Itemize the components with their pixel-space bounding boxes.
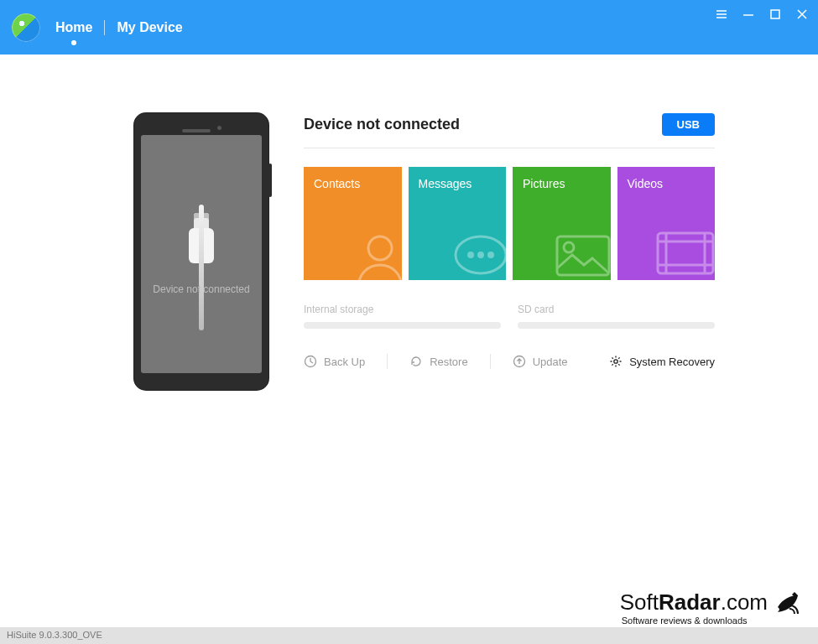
svg-point-4: [479, 253, 483, 257]
tile-messages[interactable]: Messages: [409, 167, 507, 280]
watermark-soft: Soft: [620, 589, 659, 615]
svg-point-11: [614, 360, 617, 363]
usb-button[interactable]: USB: [662, 113, 715, 136]
gear-icon: [609, 355, 623, 368]
phone-mock: Device not connected: [134, 113, 268, 390]
status-bar-text: HiSuite 9.0.3.300_OVE: [7, 630, 102, 640]
main-stage: Device not connected Device not connecte…: [0, 55, 818, 390]
update-icon: [513, 355, 526, 368]
active-tab-indicator: [71, 40, 76, 45]
svg-point-5: [489, 253, 493, 257]
update-label: Update: [533, 356, 568, 368]
window-controls: [714, 7, 810, 22]
nav-separator: [104, 20, 105, 35]
action-row: Back Up Restore Update System Recovery: [304, 354, 715, 369]
watermark-dotcom: .com: [721, 589, 768, 615]
restore-button[interactable]: Restore: [409, 355, 468, 368]
app-logo-icon: [12, 13, 40, 42]
category-tiles: Contacts Messages Pictures Videos: [304, 167, 715, 280]
satellite-icon: [773, 587, 803, 617]
tab-home-label: Home: [55, 20, 92, 34]
minimize-icon[interactable]: [741, 7, 756, 22]
main-panel: Device not connected USB Contacts Messag…: [304, 113, 715, 390]
phone-screen: Device not connected: [141, 135, 262, 373]
update-button[interactable]: Update: [513, 355, 568, 368]
watermark: SoftRadar.com Software reviews & downloa…: [620, 587, 803, 626]
tile-videos-label: Videos: [628, 177, 664, 190]
restore-label: Restore: [430, 356, 468, 368]
svg-point-7: [564, 242, 574, 252]
tab-my-device[interactable]: My Device: [117, 20, 182, 35]
svg-rect-0: [771, 10, 779, 18]
close-icon[interactable]: [795, 7, 810, 22]
tile-videos[interactable]: Videos: [617, 167, 716, 280]
maximize-icon[interactable]: [768, 7, 783, 22]
svg-point-3: [469, 253, 473, 257]
restore-icon: [409, 355, 423, 368]
backup-button[interactable]: Back Up: [304, 355, 365, 368]
storage-sd: SD card: [518, 304, 715, 329]
nav-tabs: Home My Device: [55, 20, 183, 35]
svg-rect-6: [557, 236, 609, 275]
action-divider: [490, 354, 491, 369]
backup-icon: [304, 355, 317, 368]
system-recovery-label: System Recovery: [629, 356, 715, 368]
backup-label: Back Up: [324, 356, 365, 368]
storage-internal-label: Internal storage: [304, 304, 373, 315]
watermark-radar: Radar: [659, 589, 721, 615]
contacts-icon: [346, 225, 402, 280]
status-bar: HiSuite 9.0.3.300_OVE: [0, 627, 818, 644]
storage-internal-bar: [304, 322, 501, 329]
storage-row: Internal storage SD card: [304, 304, 715, 329]
storage-sd-bar: [518, 322, 715, 329]
tile-pictures[interactable]: Pictures: [513, 167, 611, 280]
system-recovery-button[interactable]: System Recovery: [609, 355, 715, 368]
watermark-brand: SoftRadar.com: [620, 587, 803, 617]
connection-heading: Device not connected: [304, 116, 460, 133]
tile-contacts[interactable]: Contacts: [304, 167, 402, 280]
phone-status-text: Device not connected: [153, 283, 249, 295]
tile-contacts-label: Contacts: [314, 177, 360, 190]
messages-icon: [447, 221, 506, 280]
action-divider: [387, 354, 388, 369]
menu-icon[interactable]: [714, 7, 729, 22]
tile-pictures-label: Pictures: [523, 177, 565, 190]
usb-cable-wire: [199, 205, 204, 330]
storage-internal: Internal storage: [304, 304, 501, 329]
storage-sd-label: SD card: [518, 304, 554, 315]
tab-home[interactable]: Home: [55, 20, 92, 35]
title-bar: Home My Device: [0, 0, 818, 55]
phone-earpiece: [141, 120, 262, 135]
pictures-icon: [549, 218, 611, 280]
svg-point-1: [368, 236, 392, 260]
tile-messages-label: Messages: [419, 177, 472, 190]
videos-icon: [651, 216, 715, 280]
